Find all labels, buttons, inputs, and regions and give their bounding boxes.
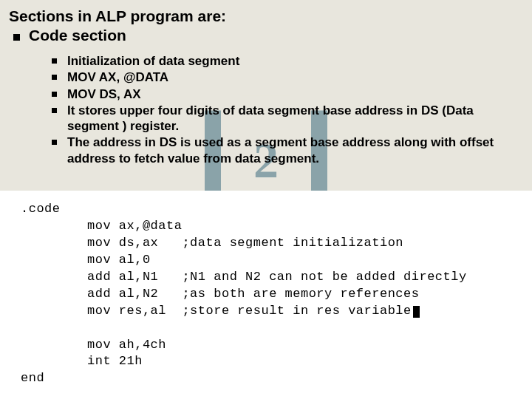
bullet-icon — [52, 75, 57, 80]
list-item-text: MOV AX, @DATA — [67, 69, 168, 85]
slide-content: Sections in ALP program are: Code sectio… — [0, 0, 532, 166]
bullet-icon — [52, 140, 57, 145]
code-block: .code mov ax,@data mov ds,ax ;data segme… — [0, 191, 532, 399]
bullet-icon — [52, 92, 57, 97]
slide-heading: Sections in ALP program are: — [9, 7, 523, 25]
code-line: add al,N2 ;as both are memory references — [87, 286, 511, 303]
code-line: mov ah,4ch — [87, 337, 511, 354]
bullet-icon — [52, 58, 57, 64]
sub-bullet-list: Initialization of data segment MOV AX, @… — [52, 53, 523, 166]
code-line: end — [21, 370, 511, 387]
code-text: mov res,al ;store result in res variable — [87, 304, 412, 318]
list-item: It stores upper four digits of data segm… — [52, 103, 523, 134]
list-item: MOV AX, @DATA — [52, 69, 523, 85]
code-line: add al,N1 ;N1 and N2 can not be added di… — [87, 269, 511, 286]
code-line: int 21h — [87, 353, 511, 370]
bullet-icon — [52, 108, 57, 113]
list-item-text: Initialization of data segment — [67, 53, 239, 69]
bullet-icon — [13, 34, 20, 41]
code-line: .code — [21, 201, 511, 218]
list-item: Initialization of data segment — [52, 53, 523, 69]
code-line: mov res,al ;store result in res variable — [87, 303, 511, 320]
text-cursor-icon — [413, 306, 420, 318]
code-line: mov ds,ax ;data segment initialization — [87, 235, 511, 252]
list-item-text: It stores upper four digits of data segm… — [67, 103, 523, 134]
main-bullet-text: Code section — [29, 27, 126, 44]
code-line: mov al,0 — [87, 252, 511, 269]
list-item: The address in DS is used as a segment b… — [52, 134, 523, 166]
list-item-text: The address in DS is used as a segment b… — [67, 134, 523, 166]
list-item-text: MOV DS, AX — [67, 86, 141, 102]
blank-line — [21, 320, 511, 337]
list-item: MOV DS, AX — [52, 86, 523, 102]
code-line: mov ax,@data — [87, 218, 511, 235]
main-bullet: Code section — [13, 27, 523, 46]
